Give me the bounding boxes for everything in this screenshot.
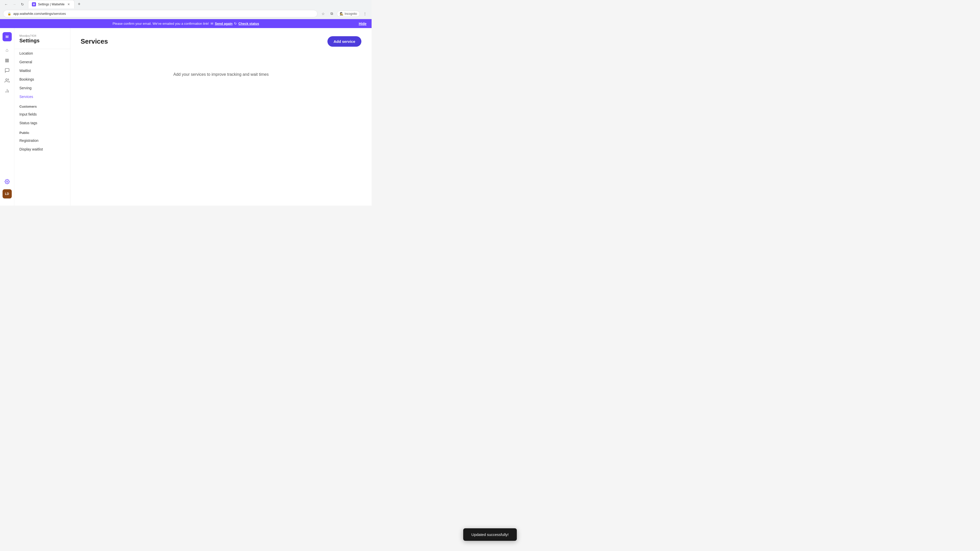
browser-chrome: ← → ↻ M Settings | Waitwhile ✕ + 🔒 app.w… [0,0,372,19]
reload-button[interactable]: ↻ [19,1,26,8]
toolbar-actions: ☆ ⧉ 🕵 Incognito ⋮ [320,10,369,17]
page-title: Services [81,38,108,45]
nav-icon-home[interactable]: ⌂ [3,45,12,55]
tab-close-button[interactable]: ✕ [67,2,71,6]
back-button[interactable]: ← [3,1,10,8]
sidebar-item-bookings[interactable]: Bookings [14,75,70,84]
incognito-icon: 🕵 [340,12,344,16]
sidebar-item-location[interactable]: Location [14,49,70,58]
sidebar-item-registration[interactable]: Registration [14,136,70,145]
address-bar[interactable]: 🔒 app.waitwhile.com/settings/services [3,10,318,17]
banner-message: Please confirm your email. We've emailed… [113,22,209,25]
url-text: app.waitwhile.com/settings/services [13,12,313,16]
sidebar-group-customers: Customers [14,101,70,110]
hide-button[interactable]: Hide [359,22,366,26]
nav-icon-chat[interactable] [3,66,12,75]
svg-point-4 [6,181,8,183]
forward-button[interactable]: → [11,1,18,8]
tab-bar: ← → ↻ M Settings | Waitwhile ✕ + [0,0,372,8]
app-container: M ⌂ ▦ LD Moodjoy7434 Settings Location [0,28,372,206]
incognito-label: Incognito [345,12,357,16]
nav-icon-team[interactable] [3,76,12,85]
tab-title: Settings | Waitwhile [38,3,65,6]
page-header: Services Add service [81,36,361,47]
main-content: Services Add service Add your services t… [70,28,372,206]
add-service-button[interactable]: Add service [328,36,361,47]
sidebar-item-input-fields[interactable]: Input fields [14,110,70,119]
app-avatar[interactable]: M [3,32,12,41]
extensions-button[interactable]: ⧉ [328,10,335,17]
send-again-link[interactable]: Send again [215,22,232,25]
sidebar-item-status-tags[interactable]: Status tags [14,119,70,127]
sidebar-item-general[interactable]: General [14,58,70,66]
nav-icon-settings[interactable] [3,177,12,186]
empty-state-text: Add your services to improve tracking an… [173,72,269,77]
nav-icon-calendar[interactable]: ▦ [3,56,12,65]
sidebar-username: Moodjoy7434 [19,34,65,37]
lock-icon: 🔒 [7,12,11,16]
bookmark-button[interactable]: ☆ [320,10,327,17]
sidebar: Moodjoy7434 Settings Location General Wa… [14,28,70,206]
sidebar-header: Moodjoy7434 Settings [14,34,70,49]
refresh-icon: ↻ [234,22,237,25]
sidebar-item-display-waitlist[interactable]: Display waitlist [14,145,70,154]
sidebar-item-services[interactable]: Services [14,92,70,101]
nav-icon-analytics[interactable] [3,86,12,95]
check-status-link[interactable]: Check status [239,22,259,25]
sidebar-group-public: Public [14,127,70,136]
tab-favicon: M [32,2,36,6]
incognito-badge[interactable]: 🕵 Incognito [337,11,360,17]
notification-banner: Please confirm your email. We've emailed… [0,19,372,28]
new-tab-button[interactable]: + [76,1,83,8]
user-avatar-bottom[interactable]: LD [3,189,12,198]
browser-toolbar: 🔒 app.waitwhile.com/settings/services ☆ … [0,8,372,19]
sidebar-item-serving[interactable]: Serving [14,84,70,92]
browser-tab[interactable]: M Settings | Waitwhile ✕ [28,0,75,8]
more-button[interactable]: ⋮ [361,10,369,17]
svg-point-0 [6,79,7,81]
sidebar-title: Settings [19,38,65,44]
email-icon: ✉ [210,22,213,25]
empty-state: Add your services to improve tracking an… [81,57,361,92]
icon-nav: M ⌂ ▦ LD [0,28,14,206]
sidebar-item-waitlist[interactable]: Waitlist [14,66,70,75]
